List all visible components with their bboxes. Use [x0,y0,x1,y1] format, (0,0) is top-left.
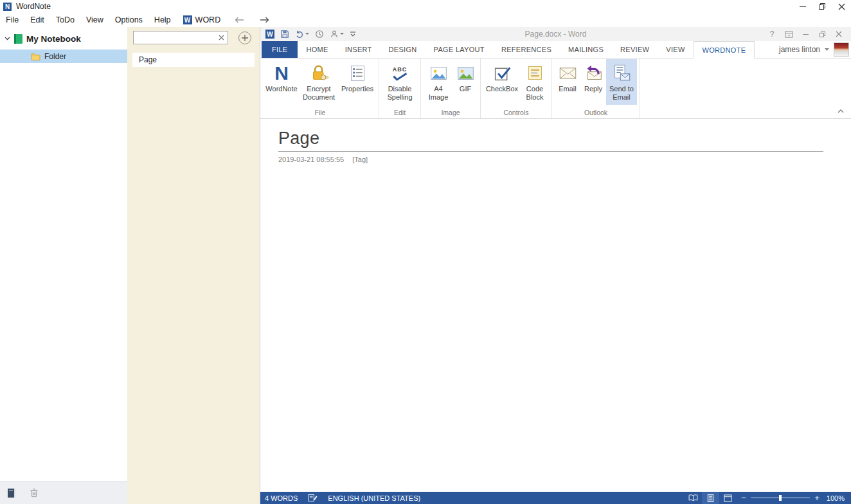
a4-image-button[interactable]: A4 Image [424,59,453,105]
save-icon [280,30,289,39]
ribbon-display-options-button[interactable] [780,28,797,40]
word-count-button[interactable]: 4 WORDS [260,492,303,504]
group-label-outlook: Outlook [555,107,637,118]
ribbon: N WordNote Encrypt Document [260,59,851,119]
menu-edit[interactable]: Edit [24,13,50,27]
button-label: Properties [341,85,373,93]
tab-review[interactable]: REVIEW [612,41,658,58]
sidebar-item-notebook[interactable]: My Notebook [0,32,127,46]
tab-page-layout[interactable]: PAGE LAYOUT [425,41,493,58]
menu-view[interactable]: View [80,13,109,27]
menu-todo[interactable]: ToDo [50,13,80,27]
customize-qat-button[interactable] [350,32,356,37]
checkbox-icon [493,64,512,82]
zoom-slider[interactable] [751,492,810,504]
sidebar-item-folder[interactable]: Folder [0,50,127,63]
trash-icon [30,488,39,498]
zoom-out-button[interactable]: − [737,492,751,504]
gif-button[interactable]: GIF [453,59,478,105]
button-label: Send to Email [606,85,637,101]
web-layout-button[interactable] [719,492,737,504]
restore-button[interactable] [812,0,832,13]
document-tag[interactable]: [Tag] [352,156,368,163]
wordnote-button[interactable]: N WordNote [264,59,299,105]
menu-word-toggle[interactable]: W WORD [177,13,228,27]
code-block-icon [526,64,544,82]
help-icon: ? [770,30,775,39]
word-minimize-button[interactable] [797,28,814,40]
undo-button[interactable] [295,30,309,39]
menu-help[interactable]: Help [148,13,177,27]
help-button[interactable]: ? [764,28,780,40]
zoom-in-button[interactable]: + [810,492,824,504]
language-button[interactable]: ENGLISH (UNITED STATES) [323,492,425,504]
page-item-label: Page [139,55,157,64]
clear-search-button[interactable] [217,33,226,42]
account-menu[interactable]: james linton [779,41,849,58]
close-button[interactable] [832,0,851,13]
close-icon [838,3,845,10]
search-input[interactable] [133,31,228,44]
touch-mode-button[interactable] [330,30,344,39]
clock-icon [315,30,324,39]
tab-wordnote[interactable]: WORDNOTE [694,41,755,59]
email-button[interactable]: Email [555,59,580,105]
read-mode-button[interactable] [685,492,702,504]
trash-button[interactable] [30,488,39,498]
app-title: WordNote [16,2,51,11]
tab-file[interactable]: FILE [262,41,298,58]
document-title[interactable]: Page [278,129,851,148]
ribbon-group-edit: ABC Disable Spelling Edit [379,59,421,118]
collapse-ribbon-button[interactable] [836,107,846,116]
proofing-status-button[interactable] [303,492,323,504]
minimize-icon [800,6,806,7]
list-item-page[interactable]: Page [132,53,255,67]
document-area[interactable]: Page 2019-03-21 08:55:55 [Tag] [260,119,851,492]
add-page-button[interactable] [238,32,251,44]
disable-spelling-button[interactable]: ABC Disable Spelling [382,59,418,105]
reply-envelope-icon [584,64,603,82]
window-controls [793,0,851,13]
search-row [127,27,260,44]
menu-file[interactable]: File [0,13,24,27]
send-to-email-button[interactable]: Send to Email [606,59,637,105]
restore-icon [819,3,825,10]
tab-design[interactable]: DESIGN [381,41,425,58]
minimize-icon [803,34,809,35]
tab-mailings[interactable]: MAILINGS [560,41,612,58]
ribbon-group-image: A4 Image GIF Image [421,59,481,118]
tab-insert[interactable]: INSERT [337,41,381,58]
minimize-button[interactable] [793,0,812,13]
properties-button[interactable]: Properties [339,59,376,105]
menu-options[interactable]: Options [109,13,148,27]
print-layout-button[interactable] [702,492,719,504]
language-label: ENGLISH (UNITED STATES) [328,494,420,502]
group-label-controls: Controls [483,107,549,118]
button-label: Email [559,85,577,93]
lock-icon [310,64,328,82]
word-restore-button[interactable] [814,28,830,40]
code-block-button[interactable]: Code Block [521,59,549,105]
back-button[interactable] [227,13,252,27]
word-logo-icon: W [265,30,274,39]
tab-references[interactable]: REFERENCES [493,41,560,58]
chevron-down-icon [340,33,344,35]
zoom-slider-thumb[interactable] [779,495,782,501]
app-window: N WordNote File Edit ToDo View Options H… [0,0,851,504]
arrow-left-icon [235,17,244,23]
save-button[interactable] [280,30,289,39]
reply-button[interactable]: Reply [580,59,606,105]
chevron-down-icon [825,48,829,51]
notebooks-view-button[interactable] [6,488,17,498]
ribbon-group-file: N WordNote Encrypt Document [262,59,379,118]
timer-button[interactable] [315,30,324,39]
forward-button[interactable] [252,13,277,27]
checkbox-button[interactable]: CheckBox [483,59,521,105]
tab-view[interactable]: VIEW [658,41,693,58]
encrypt-document-button[interactable]: Encrypt Document [299,59,339,105]
notebook-sidebar: My Notebook Folder [0,27,127,504]
zoom-level[interactable]: 100% [824,494,851,502]
button-label: Encrypt Document [299,85,339,101]
word-close-button[interactable] [830,28,847,40]
tab-home[interactable]: HOME [298,41,336,58]
